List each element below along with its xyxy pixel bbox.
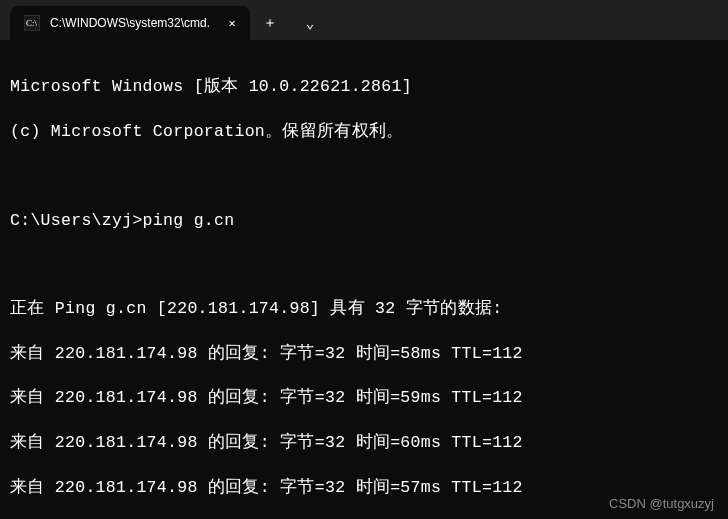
tab-dropdown-button[interactable]: ⌄ — [290, 6, 330, 40]
ping-reply-line: 来自 220.181.174.98 的回复: 字节=32 时间=59ms TTL… — [10, 387, 718, 409]
ping-reply-line: 来自 220.181.174.98 的回复: 字节=32 时间=60ms TTL… — [10, 432, 718, 454]
cmd-icon: C:\ — [24, 15, 40, 31]
ping-reply-line: 来自 220.181.174.98 的回复: 字节=32 时间=58ms TTL… — [10, 343, 718, 365]
tab-actions: ＋ ⌄ — [250, 6, 330, 40]
version-line: Microsoft Windows [版本 10.0.22621.2861] — [10, 76, 718, 98]
prompt-command-line: C:\Users\zyj>ping g.cn — [10, 210, 718, 232]
blank-line — [10, 254, 718, 276]
tab-close-button[interactable]: ✕ — [224, 15, 240, 31]
new-tab-button[interactable]: ＋ — [250, 6, 290, 40]
svg-text:C:\: C:\ — [26, 18, 38, 28]
blank-line — [10, 165, 718, 187]
terminal-output[interactable]: Microsoft Windows [版本 10.0.22621.2861] (… — [0, 40, 728, 519]
copyright-line: (c) Microsoft Corporation。保留所有权利。 — [10, 121, 718, 143]
window-titlebar: C:\ C:\WINDOWS\system32\cmd. ✕ ＋ ⌄ — [0, 0, 728, 40]
ping-header-line: 正在 Ping g.cn [220.181.174.98] 具有 32 字节的数… — [10, 298, 718, 320]
tab-title: C:\WINDOWS\system32\cmd. — [50, 16, 214, 30]
tab-active[interactable]: C:\ C:\WINDOWS\system32\cmd. ✕ — [10, 6, 250, 40]
watermark: CSDN @tutgxuzyj — [609, 496, 714, 511]
